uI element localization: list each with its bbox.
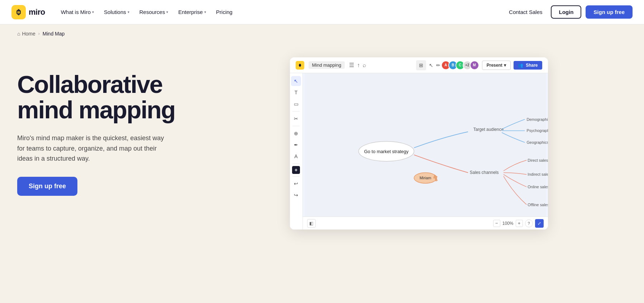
undo-tool[interactable]: ↩: [291, 179, 301, 189]
svg-text:Miriam: Miriam: [419, 176, 431, 180]
svg-text:Demographics: Demographics: [526, 117, 548, 122]
chevron-down-icon: ▾: [204, 10, 206, 14]
zoom-out-button[interactable]: −: [493, 220, 500, 227]
svg-text:Psychographics: Psychographics: [526, 128, 548, 133]
share-icon[interactable]: ↑: [357, 62, 360, 68]
chevron-down-icon: ▾: [128, 10, 129, 14]
zoom-in-button[interactable]: +: [516, 220, 523, 227]
app-topbar: Mind mapping ☰ ↑ ⌕ ⊞ ↖ ✏ A B C +2 M: [290, 57, 548, 73]
nav-item-resources[interactable]: Resources ▾: [135, 6, 173, 18]
hero-subtitle: Miro's mind map maker is the quickest, e…: [17, 133, 168, 164]
breadcrumb-home[interactable]: ⌂ Home: [17, 31, 35, 37]
select-tool[interactable]: ↖: [291, 76, 301, 86]
svg-text:Geographics: Geographics: [526, 140, 548, 145]
pen-icon: ✏: [436, 62, 440, 68]
app-preview-container: Mind mapping ☰ ↑ ⌕ ⊞ ↖ ✏ A B C +2 M: [211, 57, 627, 229]
zoom-controls: − 100% + ? ⤢: [493, 219, 544, 228]
nav-actions: Contact Sales Login Sign up free: [505, 5, 633, 19]
contact-sales-button[interactable]: Contact Sales: [505, 6, 547, 18]
svg-text:Indirect sales: Indirect sales: [528, 172, 548, 176]
nav-item-what-is-miro[interactable]: What is Miro ▾: [57, 6, 98, 18]
breadcrumb-current: Mind Map: [43, 31, 65, 37]
topbar-icons: ☰ ↑ ⌕: [349, 62, 366, 68]
svg-text:Direct sales: Direct sales: [528, 158, 548, 162]
hero-title: Collaborative mind mapping: [17, 72, 189, 123]
svg-text:Go to market strategy: Go to market strategy: [364, 149, 409, 154]
breadcrumb: ⌂ Home › Mind Map: [0, 24, 644, 43]
cursor-icon: ↖: [429, 62, 433, 68]
scissors-tool[interactable]: ✂: [291, 114, 301, 124]
svg-rect-0: [305, 73, 546, 229]
signup-button[interactable]: Sign up free: [586, 5, 633, 19]
breadcrumb-separator: ›: [38, 31, 40, 36]
toolbar-separator-4: [292, 176, 300, 176]
zoom-level: 100%: [502, 221, 514, 226]
share-button[interactable]: 👥 Share: [514, 61, 542, 70]
logo-icon: [11, 5, 26, 19]
search-icon[interactable]: ⌕: [363, 62, 366, 68]
nav-item-pricing[interactable]: Pricing: [212, 6, 237, 18]
svg-text:Target audience: Target audience: [473, 127, 504, 132]
mind-map-svg: Go to market strategy Target audience De…: [303, 73, 548, 229]
chevron-down-icon: ▾: [504, 63, 506, 68]
board-name[interactable]: Mind mapping: [309, 61, 345, 69]
connector-tool[interactable]: ⊕: [291, 128, 301, 138]
sidebar-toggle-button[interactable]: ◧: [307, 219, 316, 228]
logo-text: miro: [29, 8, 45, 17]
logo[interactable]: miro: [11, 5, 45, 19]
menu-icon[interactable]: ☰: [349, 62, 354, 68]
app-bottombar: ◧ − 100% + ? ⤢: [303, 217, 548, 229]
app-canvas: ↖ T ▭ ✂ ⊕ ✒ A + ↩ ↪: [290, 73, 548, 229]
app-toolbar: ↖ T ▭ ✂ ⊕ ✒ A + ↩ ↪: [290, 73, 303, 229]
svg-text:Offline sales: Offline sales: [528, 203, 548, 207]
chevron-down-icon: ▾: [166, 10, 168, 14]
toolbar-separator-2: [292, 126, 300, 126]
main-content: Collaborative mind mapping Miro's mind m…: [0, 43, 644, 294]
toolbar-separator: [292, 111, 300, 112]
hero-cta-button[interactable]: Sign up free: [17, 177, 77, 196]
topbar-right: ⊞ ↖ ✏ A B C +2 M Present ▾ 👥: [416, 60, 542, 70]
avatar-user: M: [470, 61, 479, 70]
collab-button[interactable]: ⤢: [535, 219, 544, 228]
toolbar-separator-3: [292, 164, 300, 164]
svg-text:Sales channels: Sales channels: [469, 170, 498, 175]
mind-map-canvas[interactable]: Go to market strategy Target audience De…: [303, 73, 548, 229]
nav-item-enterprise[interactable]: Enterprise ▾: [174, 6, 210, 18]
app-logo: [296, 61, 304, 70]
svg-text:Online sales: Online sales: [528, 185, 548, 189]
hero-section: Collaborative mind mapping Miro's mind m…: [17, 57, 189, 196]
help-button[interactable]: ?: [525, 219, 533, 227]
chevron-down-icon: ▾: [92, 10, 94, 14]
add-tool[interactable]: +: [292, 166, 300, 174]
share-people-icon: 👥: [518, 63, 523, 68]
pen-tool[interactable]: ✒: [291, 140, 301, 150]
navigation: miro What is Miro ▾ Solutions ▾ Resource…: [0, 0, 644, 24]
login-button[interactable]: Login: [551, 5, 581, 19]
nav-item-solutions[interactable]: Solutions ▾: [100, 6, 134, 18]
collaborator-avatars: A B C +2 M: [443, 61, 479, 70]
shapes-tool[interactable]: A: [291, 151, 301, 161]
app-preview: Mind mapping ☰ ↑ ⌕ ⊞ ↖ ✏ A B C +2 M: [290, 57, 548, 229]
home-icon: ⌂: [17, 31, 20, 37]
redo-tool[interactable]: ↪: [291, 190, 301, 200]
present-button[interactable]: Present ▾: [482, 61, 511, 70]
sticky-tool[interactable]: ▭: [291, 99, 301, 109]
app-logo-icon: [296, 61, 304, 70]
grid-view-button[interactable]: ⊞: [416, 60, 426, 70]
nav-links: What is Miro ▾ Solutions ▾ Resources ▾ E…: [57, 6, 505, 18]
text-tool[interactable]: T: [291, 87, 301, 98]
